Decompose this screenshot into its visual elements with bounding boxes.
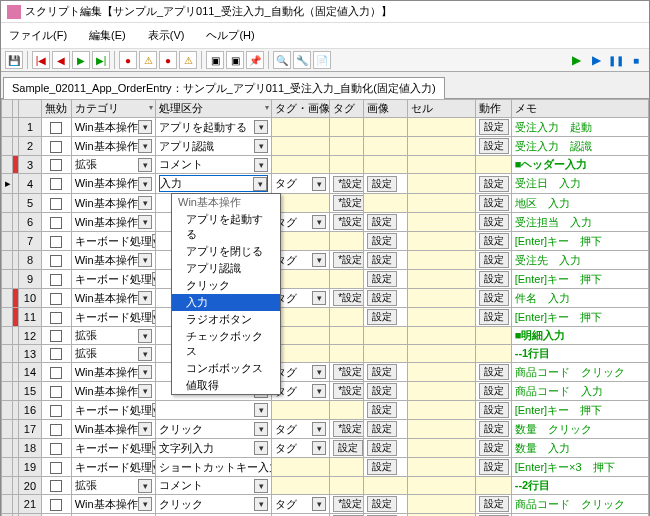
disable-checkbox-cell[interactable] [42, 345, 72, 363]
chevron-down-icon[interactable]: ▾ [312, 365, 326, 379]
chevron-down-icon[interactable]: ▾ [254, 441, 268, 455]
chevron-down-icon[interactable]: ▾ [254, 422, 268, 436]
col-tagimg[interactable]: タグ・画像有… [272, 100, 330, 118]
disable-checkbox[interactable] [50, 274, 62, 286]
rownum[interactable]: 15 [18, 382, 41, 401]
image-cell[interactable] [363, 194, 407, 213]
cell-cell[interactable] [408, 156, 476, 174]
rownum[interactable]: 19 [18, 458, 41, 477]
category-cell[interactable]: キーボード処理▾ [71, 270, 155, 289]
tag-cell[interactable]: *設定 [330, 382, 364, 401]
tag-cell[interactable] [330, 270, 364, 289]
stop-icon[interactable]: ■ [627, 51, 645, 69]
action-cell[interactable]: 設定 [475, 308, 511, 327]
image-cell[interactable]: 設定 [363, 289, 407, 308]
action-cell[interactable]: 設定 [475, 118, 511, 137]
action-cell[interactable]: 設定 [475, 382, 511, 401]
image-cell[interactable]: 設定 [363, 458, 407, 477]
row-marker[interactable] [2, 251, 13, 270]
row-marker[interactable] [2, 382, 13, 401]
disable-checkbox[interactable] [50, 122, 62, 134]
category-cell[interactable]: Win基本操作▾ [71, 213, 155, 232]
disable-checkbox-cell[interactable] [42, 495, 72, 514]
chevron-down-icon[interactable]: ▾ [138, 215, 152, 229]
image-cell[interactable]: 設定 [363, 382, 407, 401]
image-cell[interactable]: 設定 [363, 213, 407, 232]
cell-cell[interactable] [408, 327, 476, 345]
chevron-down-icon[interactable]: ▾ [254, 497, 268, 511]
image-cell[interactable]: 設定 [363, 401, 407, 420]
image-cell[interactable] [363, 137, 407, 156]
menu-view[interactable]: 表示(V) [144, 26, 189, 45]
chevron-down-icon[interactable]: ▾ [138, 365, 152, 379]
chevron-down-icon[interactable]: ▾ [312, 441, 326, 455]
disable-checkbox[interactable] [50, 499, 62, 511]
col-tag[interactable]: タグ [330, 100, 364, 118]
memo-cell[interactable]: [Enter]キー 押下 [511, 270, 648, 289]
category-cell[interactable]: キーボード処理▾ [71, 401, 155, 420]
chevron-down-icon[interactable]: ▾ [138, 158, 152, 172]
cell-cell[interactable] [408, 345, 476, 363]
memo-cell[interactable]: 受注日 入力 [511, 174, 648, 194]
disable-checkbox-cell[interactable] [42, 270, 72, 289]
wrench-icon[interactable]: 🔧 [293, 51, 311, 69]
tag-cell[interactable] [330, 118, 364, 137]
cell-cell[interactable] [408, 439, 476, 458]
disable-checkbox-cell[interactable] [42, 174, 72, 194]
row-marker[interactable] [2, 327, 13, 345]
disable-checkbox-cell[interactable] [42, 137, 72, 156]
pin-icon[interactable]: 📌 [246, 51, 264, 69]
category-cell[interactable]: Win基本操作▾ [71, 118, 155, 137]
chevron-down-icon[interactable]: ▾ [138, 384, 152, 398]
action-cell[interactable]: 設定 [475, 251, 511, 270]
cell-cell[interactable] [408, 420, 476, 439]
tag-cell[interactable] [330, 401, 364, 420]
tag-cell[interactable]: *設定 [330, 174, 364, 194]
proc-cell[interactable]: 文字列入力▾ [156, 439, 272, 458]
action-cell[interactable]: 設定 [475, 401, 511, 420]
row-marker[interactable] [2, 345, 13, 363]
disable-checkbox-cell[interactable] [42, 458, 72, 477]
rownum[interactable]: 3 [18, 156, 41, 174]
disable-checkbox-cell[interactable] [42, 382, 72, 401]
tag-cell[interactable]: *設定 [330, 213, 364, 232]
dropdown-item[interactable]: コンボボックス [172, 360, 280, 377]
disable-checkbox-cell[interactable] [42, 439, 72, 458]
disable-checkbox[interactable] [50, 330, 62, 342]
tag-cell[interactable] [330, 137, 364, 156]
disable-checkbox-cell[interactable] [42, 363, 72, 382]
cell-cell[interactable] [408, 495, 476, 514]
back-icon[interactable]: ◀ [52, 51, 70, 69]
category-cell[interactable]: キーボード処理▾ [71, 458, 155, 477]
row-marker[interactable] [2, 363, 13, 382]
menu-edit[interactable]: 編集(E) [85, 26, 130, 45]
chevron-down-icon[interactable]: ▾ [312, 497, 326, 511]
memo-cell[interactable]: 数量 入力 [511, 439, 648, 458]
rownum[interactable]: 8 [18, 251, 41, 270]
col-marker[interactable] [2, 100, 13, 118]
cell-cell[interactable] [408, 232, 476, 251]
proc-cell[interactable]: ショートカットキー入力▾ [156, 458, 272, 477]
chevron-down-icon[interactable]: ▾ [312, 215, 326, 229]
action-cell[interactable]: 設定 [475, 420, 511, 439]
memo-cell[interactable]: ■ヘッダー入力 [511, 156, 648, 174]
tool-icon[interactable]: ▣ [206, 51, 224, 69]
image-cell[interactable] [363, 118, 407, 137]
disable-checkbox[interactable] [50, 480, 62, 492]
chevron-down-icon[interactable]: ▾ [312, 384, 326, 398]
memo-cell[interactable]: --2行目 [511, 477, 648, 495]
image-cell[interactable] [363, 345, 407, 363]
tag-cell[interactable] [330, 327, 364, 345]
chevron-down-icon[interactable]: ▾ [138, 422, 152, 436]
memo-cell[interactable]: [Enter]キー 押下 [511, 308, 648, 327]
chevron-down-icon[interactable]: ▾ [138, 120, 152, 134]
disable-checkbox-cell[interactable] [42, 213, 72, 232]
chevron-down-icon[interactable]: ▾ [312, 253, 326, 267]
dropdown-item[interactable]: アプリを閉じる [172, 243, 280, 260]
disable-checkbox-cell[interactable] [42, 289, 72, 308]
tag-cell[interactable]: 設定 [330, 439, 364, 458]
row-marker[interactable] [2, 420, 13, 439]
disable-checkbox[interactable] [50, 178, 62, 190]
cell-cell[interactable] [408, 118, 476, 137]
cell-cell[interactable] [408, 137, 476, 156]
